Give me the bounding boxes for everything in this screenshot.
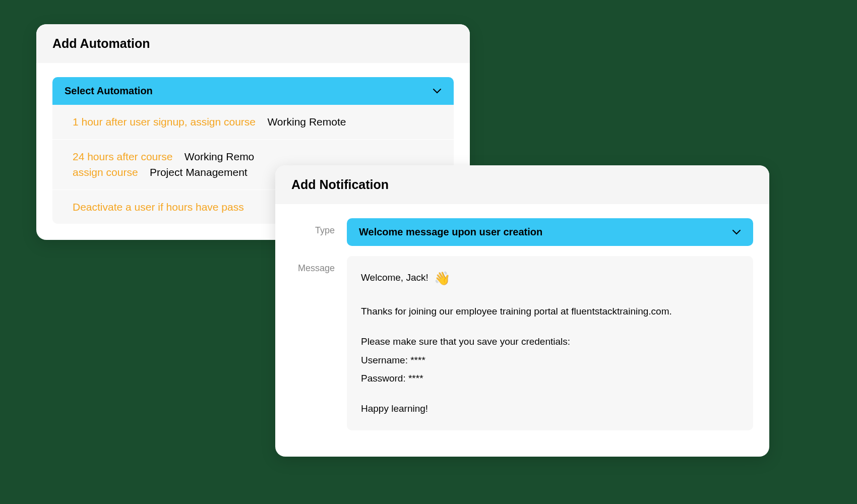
notification-type-select[interactable]: Welcome message upon user creation: [347, 218, 753, 246]
type-label: Type: [291, 218, 347, 236]
select-automation-label: Select Automation: [65, 85, 153, 97]
chevron-down-icon: [732, 228, 741, 237]
automation-keyword: hours have pass: [166, 201, 244, 213]
message-greeting: Welcome, Jack! 👋: [361, 267, 739, 289]
select-automation-dropdown[interactable]: Select Automation: [52, 77, 454, 105]
automation-option[interactable]: 1 hour after user signup, assign course …: [52, 105, 454, 140]
notification-message-box[interactable]: Welcome, Jack! 👋 Thanks for joining our …: [347, 256, 753, 430]
automation-keyword: 1 hour after user signup, assign course: [73, 116, 256, 128]
notification-card-title: Add Notification: [291, 177, 753, 192]
automation-card-title: Add Automation: [52, 36, 454, 51]
automation-keyword: Deactivate a user if: [73, 201, 163, 213]
message-row: Message Welcome, Jack! 👋 Thanks for join…: [291, 256, 753, 430]
automation-value: Working Remo: [185, 151, 255, 162]
message-password: Password: ****: [361, 370, 739, 387]
greeting-text: Welcome, Jack!: [361, 272, 428, 283]
automation-value: Project Management: [150, 166, 248, 178]
automation-value: Working Remote: [267, 116, 346, 128]
wave-icon: 👋: [434, 267, 450, 289]
message-signoff: Happy learning!: [361, 401, 739, 417]
notification-type-value: Welcome message upon user creation: [359, 226, 542, 238]
type-row: Type Welcome message upon user creation: [291, 218, 753, 246]
chevron-down-icon: [433, 87, 442, 96]
automation-keyword: 24 hours after course: [73, 151, 172, 162]
notification-card-body: Type Welcome message upon user creation …: [275, 204, 769, 457]
message-username: Username: ****: [361, 352, 739, 368]
message-thanks: Thanks for joining our employee training…: [361, 303, 739, 320]
message-creds-intro: Please make sure that you save your cred…: [361, 334, 739, 350]
automation-keyword: assign course: [73, 166, 138, 178]
add-notification-card: Add Notification Type Welcome message up…: [275, 165, 769, 457]
notification-card-header: Add Notification: [275, 165, 769, 204]
message-label: Message: [291, 256, 347, 274]
automation-card-header: Add Automation: [36, 24, 470, 63]
